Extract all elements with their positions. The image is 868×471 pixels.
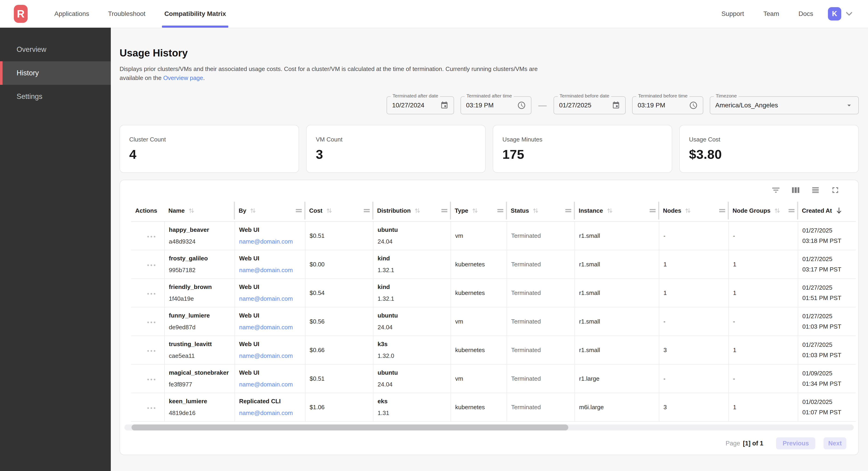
terminated-before-date-field[interactable]: Terminated before date01/27/2025 [554, 96, 626, 114]
user-avatar[interactable]: K [828, 7, 841, 21]
column-separator [658, 202, 659, 219]
cell-name: frosty_galileo995b7182 [164, 250, 235, 278]
column-header-type[interactable]: Type [451, 200, 506, 221]
cell-node-groups: - [728, 307, 798, 335]
column-menu-icon[interactable] [441, 209, 447, 212]
column-header-by[interactable]: By [235, 200, 305, 221]
clock-icon[interactable] [689, 101, 698, 110]
cell-cost: $0.51 [305, 364, 373, 393]
column-header-actions[interactable]: Actions [131, 200, 164, 221]
previous-button[interactable]: Previous [776, 437, 815, 449]
cluster-id: 1f40a19e [169, 295, 235, 302]
column-menu-icon[interactable] [719, 209, 725, 212]
calendar-icon[interactable] [612, 101, 620, 110]
row-actions-button[interactable] [131, 250, 164, 278]
field-label: Terminated after date [391, 93, 440, 99]
by-source: Web UI [239, 341, 305, 348]
by-email-link[interactable]: name@domain.com [239, 295, 305, 302]
cell-node-groups: - [728, 222, 798, 250]
usage-table-card: ActionsNameByCostDistributionTypeStatusI… [120, 180, 859, 455]
ellipsis-icon [147, 347, 156, 354]
app-logo[interactable]: R [14, 5, 28, 23]
row-actions-button[interactable] [131, 279, 164, 307]
column-menu-icon[interactable] [364, 209, 370, 212]
terminated-before-time-field[interactable]: Terminated before time03:19 PM [632, 96, 703, 114]
column-menu-icon[interactable] [650, 209, 656, 212]
distribution-version: 24.04 [378, 381, 451, 388]
nav-tab-applications[interactable]: Applications [54, 0, 89, 28]
cost-value: $0.00 [310, 261, 373, 268]
nav-tab-troubleshoot[interactable]: Troubleshoot [108, 0, 145, 28]
column-menu-icon[interactable] [296, 209, 302, 212]
column-header-cost[interactable]: Cost [305, 200, 373, 221]
by-email-link[interactable]: name@domain.com [239, 238, 305, 245]
sidebar-item-history[interactable]: History [0, 61, 111, 85]
column-separator [728, 202, 729, 219]
nav-link-docs[interactable]: Docs [799, 10, 813, 18]
row-actions-button[interactable] [131, 364, 164, 393]
stat-card-vm-count: VM Count3 [306, 125, 486, 173]
column-header-node-groups[interactable]: Node Groups [728, 200, 798, 221]
by-email-link[interactable]: name@domain.com [239, 267, 305, 274]
field-label: Terminated before time [636, 93, 689, 99]
cell-status: Terminated [506, 279, 575, 307]
nav-link-team[interactable]: Team [764, 10, 779, 18]
column-separator [797, 202, 798, 219]
terminated-after-date-field[interactable]: Terminated after date10/27/2024 [386, 96, 454, 114]
by-email-link[interactable]: name@domain.com [239, 381, 305, 388]
row-actions-button[interactable] [131, 307, 164, 335]
cost-value: $1.06 [310, 404, 373, 411]
column-separator [304, 202, 306, 219]
column-menu-icon[interactable] [788, 209, 795, 212]
nodes-value: 1 [663, 289, 728, 297]
calendar-icon[interactable] [440, 101, 448, 110]
scrollbar-thumb[interactable] [131, 424, 568, 431]
columns-icon[interactable] [791, 185, 801, 195]
clock-icon[interactable] [517, 101, 526, 110]
node-groups-value: - [733, 232, 798, 239]
sidebar-item-overview[interactable]: Overview [0, 38, 111, 61]
table-row: frosty_galileo995b7182Web UIname@domain.… [131, 250, 856, 279]
fullscreen-icon[interactable] [831, 185, 840, 195]
nav-tab-compatibility-matrix[interactable]: Compatibility Matrix [164, 0, 226, 28]
column-separator [574, 202, 575, 219]
distribution-name: kind [378, 284, 451, 291]
column-header-distribution[interactable]: Distribution [373, 200, 451, 221]
status-badge: Terminated [511, 404, 575, 411]
column-header-name[interactable]: Name [164, 200, 235, 221]
by-email-link[interactable]: name@domain.com [239, 324, 305, 331]
row-actions-button[interactable] [131, 336, 164, 364]
nav-link-support[interactable]: Support [721, 10, 744, 18]
row-actions-button[interactable] [131, 393, 164, 421]
cell-by: Web UIname@domain.com [235, 250, 305, 278]
distribution-name: ubuntu [378, 226, 451, 233]
column-header-status[interactable]: Status [506, 200, 575, 221]
timezone-field[interactable]: TimezoneAmerica/Los_Angeles [710, 96, 859, 114]
nodes-value: 3 [663, 347, 728, 354]
next-button[interactable]: Next [824, 437, 846, 449]
column-header-nodes[interactable]: Nodes [659, 200, 728, 221]
cluster-name: keen_lumiere [169, 398, 235, 405]
column-header-instance[interactable]: Instance [575, 200, 659, 221]
nodes-value: - [663, 232, 728, 239]
terminated-after-time-field[interactable]: Terminated after time03:19 PM [461, 96, 531, 114]
node-groups-value: 1 [733, 289, 798, 297]
column-menu-icon[interactable] [497, 209, 503, 212]
column-header-created-at[interactable]: Created At [798, 200, 856, 221]
by-email-link[interactable]: name@domain.com [239, 410, 305, 417]
logo-letter: R [17, 8, 24, 20]
chevron-down-icon[interactable] [844, 9, 854, 19]
cell-node-groups: 1 [728, 279, 798, 307]
cluster-name: trusting_leavitt [169, 341, 235, 348]
row-actions-button[interactable] [131, 222, 164, 250]
overview-page-link[interactable]: Overview page [163, 75, 203, 81]
by-email-link[interactable]: name@domain.com [239, 352, 305, 359]
filter-icon[interactable] [771, 185, 781, 195]
cluster-id: fe3f8977 [169, 381, 235, 388]
cell-name: magical_stonebrakerfe3f8977 [164, 364, 235, 393]
column-menu-icon[interactable] [565, 209, 571, 212]
dropdown-arrow-icon[interactable] [845, 101, 853, 110]
sidebar-item-settings[interactable]: Settings [0, 85, 111, 108]
density-icon[interactable] [811, 185, 820, 195]
horizontal-scrollbar[interactable] [124, 424, 854, 431]
